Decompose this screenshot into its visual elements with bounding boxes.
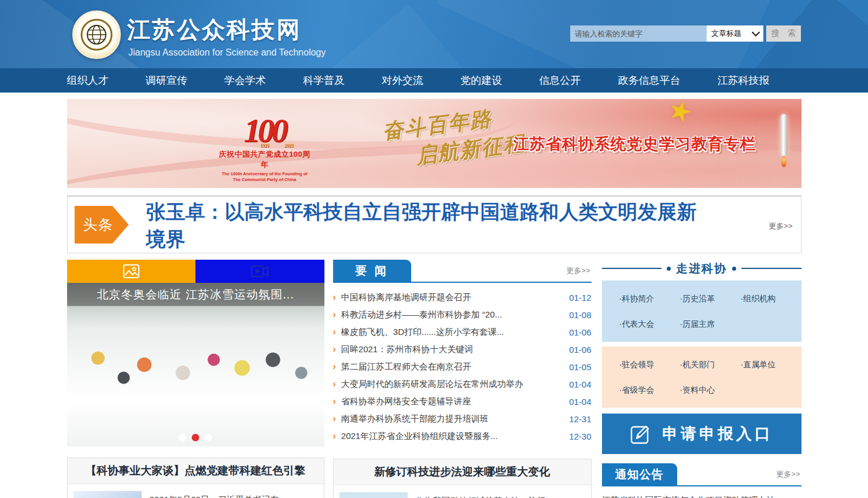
chevron-down-icon: [752, 28, 760, 36]
video-icon: [250, 264, 269, 278]
article-thumbnail[interactable]: [339, 492, 408, 498]
carousel-photo[interactable]: 北京冬奥会临近 江苏冰雪运动氛围...: [67, 283, 324, 447]
site-subtitle: Jiangsu Association for Science and Tech…: [128, 47, 326, 58]
banner-column-title: 江苏省科协系统党史学习教育专栏: [514, 134, 756, 154]
about-link-history[interactable]: ·历史沿革: [680, 286, 741, 311]
about-title: 走进科协: [676, 261, 727, 276]
main-nav: 组织人才 调研宣传 学会学术 科学普及 对外交流 党的建设 信息公开 政务信息平…: [0, 68, 868, 93]
carousel-photo-crowd: [67, 283, 324, 447]
tab-notice[interactable]: 通知公告: [602, 463, 677, 485]
news-item[interactable]: › 橡皮筋飞机、3D打印......这所小学有套课... 01-06: [333, 323, 592, 341]
article-thumbnail[interactable]: [73, 491, 142, 498]
news-date: 01-12: [569, 293, 591, 303]
news-date: 01-06: [569, 327, 591, 337]
headline-more-link[interactable]: 更多>>: [769, 221, 792, 231]
carousel-caption[interactable]: 北京冬奥会临近 江苏冰雪运动氛围...: [67, 283, 324, 306]
dot-icon: [667, 267, 671, 271]
nav-item-science-popularization[interactable]: 科学普及: [303, 73, 345, 87]
carousel-dots: [179, 434, 212, 441]
notice-section: 通知公告 更多>> 江苏省科协国际交流与合作项目资助管理办法: [602, 463, 801, 498]
search-category-value: 文章标题: [711, 28, 741, 39]
rocket-icon: [780, 114, 789, 168]
news-date: 01-04: [569, 397, 591, 407]
site-title: 江苏公众科技网: [127, 14, 301, 46]
news-list: › 中国科协离岸基地调研开题会召开 01-12 › 科教活动进乡村——泰州市科协…: [333, 289, 592, 445]
news-date: 01-05: [569, 362, 591, 372]
pencil-icon: [630, 423, 652, 445]
about-link-structure[interactable]: ·组织机构: [741, 286, 801, 311]
about-link-departments[interactable]: ·机关部门: [680, 352, 741, 377]
news-item[interactable]: › 2021年江苏省企业科协组织建设暨服务... 12-30: [333, 427, 592, 445]
news-item[interactable]: › 大变局时代的新药研发高层论坛在常州成功举办 01-04: [333, 375, 592, 393]
about-link-chairmen[interactable]: ·历届主席: [680, 311, 741, 337]
image-icon: [123, 264, 140, 279]
media-carousel: 北京冬奥会临近 江苏冰雪运动氛围...: [67, 260, 324, 447]
apply-entry-button[interactable]: 申请申报入口: [602, 414, 801, 454]
nav-item-organization[interactable]: 组织人才: [67, 73, 109, 87]
about-link-congress[interactable]: ·代表大会: [619, 311, 680, 337]
about-panel-orange: ·驻会领导 ·机关部门 ·直属单位 ·省级学会 ·资料中心: [602, 346, 801, 408]
article-title[interactable]: 【科协事业大家谈】点燃党建带科建红色引擎: [68, 458, 324, 484]
nav-item-tech-news[interactable]: 江苏科技报: [718, 73, 770, 87]
news-item[interactable]: › 第二届江苏工程师大会在南京召开 01-05: [333, 358, 592, 375]
nav-item-academic[interactable]: 学会学术: [224, 73, 266, 87]
arrow-icon: ›: [333, 310, 336, 319]
news-date: 01-06: [569, 345, 591, 355]
apply-entry-label: 申请申报入口: [662, 423, 773, 444]
arrow-icon: ›: [333, 293, 336, 302]
nav-item-exchange[interactable]: 对外交流: [382, 73, 423, 87]
article-excerpt: 2021年5月28日，习近平总书记在: [150, 491, 279, 498]
news-date: 12-31: [569, 414, 591, 424]
about-link-units[interactable]: ·直属单位: [741, 352, 801, 377]
about-link-leaders[interactable]: ·驻会领导: [619, 352, 680, 377]
tab-news[interactable]: 要 闻: [333, 260, 411, 282]
about-link-societies[interactable]: ·省级学会: [619, 377, 680, 403]
nav-item-research[interactable]: 调研宣传: [146, 73, 187, 87]
news-date: 12-30: [569, 431, 591, 441]
nav-item-information[interactable]: 信息公开: [539, 73, 581, 87]
notice-more-link[interactable]: 更多>>: [776, 469, 800, 479]
arrow-icon: ›: [333, 379, 336, 389]
search-button[interactable]: 搜 索: [766, 25, 801, 42]
about-panel-blue: ·科协简介 ·历史沿革 ·组织机构 ·代表大会 ·历届主席: [602, 281, 801, 342]
notice-item[interactable]: 江苏省科协国际交流与合作项目资助管理办法: [602, 494, 801, 498]
arrow-icon: ›: [333, 362, 336, 371]
dot-icon: [732, 267, 736, 271]
about-link-data-center[interactable]: ·资料中心: [680, 377, 741, 403]
carousel-tab-videos[interactable]: [195, 260, 324, 283]
news-item[interactable]: › 中国科协离岸基地调研开题会召开 01-12: [333, 289, 592, 306]
news-date: 01-04: [569, 379, 591, 389]
anniversary-caption-en: The 100th Anniversary of the Founding of: [219, 171, 311, 177]
globe-icon: [80, 18, 113, 51]
search-category-select[interactable]: 文章标题: [707, 25, 763, 42]
arrow-icon: ›: [333, 431, 336, 441]
site-header: 江苏公众科技网 Jiangsu Association for Science …: [0, 0, 868, 68]
about-link-intro[interactable]: ·科协简介: [619, 286, 680, 311]
party-history-banner[interactable]: 100 1921 2021 庆祝中国共产党成立100周年 The 100th A…: [67, 99, 801, 188]
carousel-dot-2-active[interactable]: [192, 434, 200, 441]
news-date: 01-08: [569, 310, 591, 320]
news-more-link[interactable]: 更多>>: [566, 265, 590, 276]
search-input[interactable]: [570, 25, 707, 42]
anniversary-caption-en: The Communist Party of China: [219, 177, 311, 183]
site-logo[interactable]: [72, 10, 121, 59]
carousel-tab-images[interactable]: [67, 260, 196, 283]
news-item[interactable]: › 科教活动进乡村——泰州市科协参加 “20... 01-08: [333, 306, 592, 323]
arrow-icon: ›: [333, 397, 336, 406]
news-item[interactable]: › 省科协举办网络安全专题辅导讲座 01-04: [333, 393, 592, 410]
headline-title[interactable]: 张玉卓：以高水平科技自立自强开辟中国道路和人类文明发展新境界: [146, 198, 701, 253]
article-excerpt: 作为我国科技领域的基本法，施行: [416, 492, 546, 498]
carousel-dot-3[interactable]: [205, 434, 212, 441]
news-item[interactable]: › 回眸2021：苏州市科协十大关键词 01-06: [333, 341, 592, 358]
article-card-left: 【科协事业大家谈】点燃党建带科建红色引擎 2021年5月28日，习近平总书记在: [67, 458, 324, 498]
star-icon: ★: [664, 99, 697, 130]
article-title[interactable]: 新修订科技进步法迎来哪些重大变化: [334, 459, 591, 485]
nav-item-party-building[interactable]: 党的建设: [460, 73, 502, 87]
headline-badge: 头条: [75, 206, 129, 244]
arrow-icon: ›: [333, 414, 336, 423]
headline-section: 头条 张玉卓：以高水平科技自立自强开辟中国道路和人类文明发展新境界 更多>>: [67, 195, 801, 253]
carousel-dot-1[interactable]: [179, 434, 187, 441]
nav-item-gov-platform[interactable]: 政务信息平台: [618, 73, 680, 87]
news-item[interactable]: › 南通举办科协系统干部能力提升培训班 12-31: [333, 410, 592, 427]
article-card-middle: 新修订科技进步法迎来哪些重大变化 作为我国科技领域的基本法，施行: [333, 459, 592, 498]
